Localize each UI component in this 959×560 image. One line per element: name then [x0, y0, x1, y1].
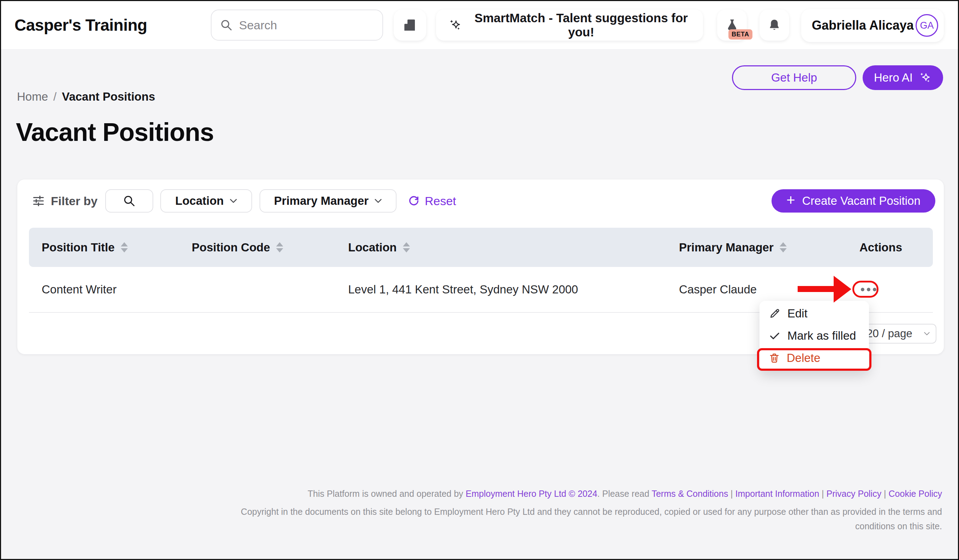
column-header-actions: Actions: [859, 241, 933, 254]
filter-by-label-group: Filter by: [32, 189, 97, 213]
menu-item-mark-as-filled[interactable]: Mark as filled: [760, 325, 869, 347]
sort-icon: [403, 242, 410, 253]
footer-link-terms[interactable]: Terms & Conditions: [652, 489, 728, 499]
avatar: GA: [916, 14, 938, 37]
footer-link-cookie-policy[interactable]: Cookie Policy: [889, 489, 942, 499]
pencil-icon: [769, 307, 781, 320]
user-menu[interactable]: Gabriella Alicaya GA: [801, 9, 944, 42]
column-header-position-title[interactable]: Position Title: [29, 241, 192, 254]
building-icon: [403, 18, 417, 32]
column-header-primary-manager[interactable]: Primary Manager: [679, 241, 859, 254]
menu-item-edit[interactable]: Edit: [760, 302, 869, 325]
chevron-down-icon: [374, 199, 382, 204]
column-header-position-code[interactable]: Position Code: [192, 241, 348, 254]
labs-button[interactable]: BETA: [717, 10, 747, 41]
row-actions-ellipsis-button[interactable]: [859, 282, 878, 297]
smartmatch-banner-button[interactable]: SmartMatch - Talent suggestions for you!: [436, 10, 703, 41]
footer-link-privacy-policy[interactable]: Privacy Policy: [827, 489, 882, 499]
cell-position-title: Content Writer: [29, 283, 192, 296]
filter-by-label: Filter by: [51, 194, 97, 208]
footer-line1: This Platform is owned and operated by E…: [119, 488, 942, 500]
row-actions-menu: Edit Mark as filled Delete: [760, 301, 869, 371]
breadcrumb-home-link[interactable]: Home: [17, 90, 48, 103]
hero-ai-button[interactable]: Hero AI: [863, 65, 943, 90]
table-header-row: Position Title Position Code Location Pr…: [29, 228, 933, 267]
reset-icon: [408, 194, 420, 207]
filter-sliders-icon: [32, 194, 45, 208]
sparkle-icon: [448, 17, 462, 33]
create-vacant-position-button[interactable]: + Create Vacant Position: [771, 189, 935, 213]
chevron-down-icon: [229, 199, 237, 204]
footer-link-employment-hero[interactable]: Employment Hero Pty Ltd © 2024: [466, 489, 597, 499]
app-root: Casper's Training SmartMatch - Talent su…: [0, 0, 959, 560]
global-search[interactable]: [211, 10, 383, 41]
menu-item-delete[interactable]: Delete: [760, 347, 869, 369]
bell-icon: [767, 18, 781, 32]
chevron-down-icon: [924, 332, 930, 336]
footer-link-important-information[interactable]: Important Information: [736, 489, 820, 499]
breadcrumb-current: Vacant Positions: [62, 90, 155, 103]
footer: This Platform is owned and operated by E…: [119, 488, 942, 533]
brand-logo: Casper's Training: [14, 1, 147, 49]
page-title: Vacant Positions: [16, 118, 213, 146]
organisation-switch-button[interactable]: [394, 10, 426, 41]
column-header-location[interactable]: Location: [348, 241, 679, 254]
trash-icon: [769, 352, 780, 364]
breadcrumb-separator: /: [53, 90, 56, 103]
get-help-button[interactable]: Get Help: [732, 65, 856, 90]
sparkle-icon: [918, 71, 932, 84]
sort-icon: [276, 242, 283, 253]
search-icon: [123, 194, 135, 207]
smartmatch-label: SmartMatch - Talent suggestions for you!: [472, 11, 691, 39]
cell-primary-manager: Casper Claude: [679, 283, 859, 296]
filter-location-dropdown[interactable]: Location: [160, 189, 252, 213]
sort-icon: [780, 242, 787, 253]
breadcrumb: Home / Vacant Positions: [17, 90, 155, 103]
plus-icon: +: [786, 193, 795, 208]
cell-actions: [859, 282, 933, 297]
search-icon: [220, 19, 233, 32]
footer-copyright: Copyright in the documents on this site …: [208, 504, 942, 533]
global-search-input[interactable]: [239, 18, 374, 32]
filter-reset-button[interactable]: Reset: [408, 189, 456, 213]
beta-badge: BETA: [728, 29, 752, 40]
filter-primary-manager-dropdown[interactable]: Primary Manager: [260, 189, 397, 213]
filter-search-button[interactable]: [105, 189, 153, 213]
top-navigation-bar: Casper's Training SmartMatch - Talent su…: [1, 1, 958, 49]
cell-location: Level 1, 441 Kent Street, Sydney NSW 200…: [348, 283, 679, 296]
check-icon: [769, 330, 781, 342]
notifications-button[interactable]: [760, 10, 789, 41]
user-name: Gabriella Alicaya: [812, 18, 914, 33]
sort-icon: [121, 242, 128, 253]
